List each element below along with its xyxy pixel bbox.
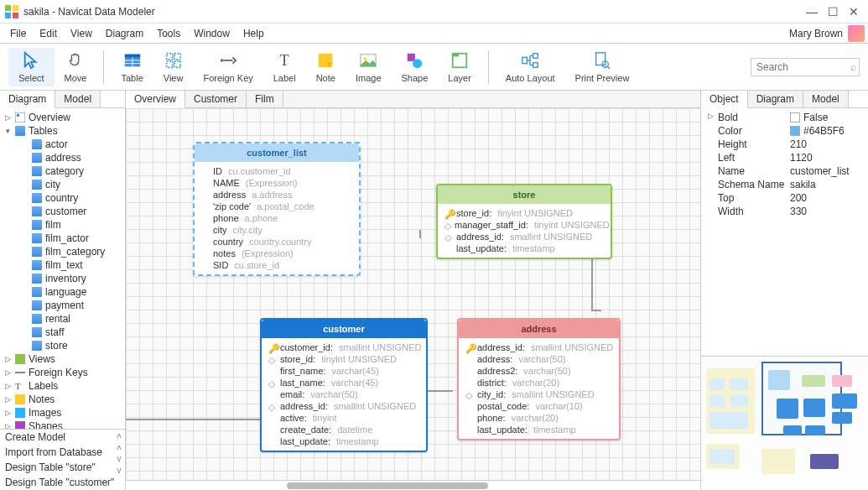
tree-table-staff[interactable]: staff bbox=[2, 326, 123, 339]
entity-column[interactable]: 'zip code'a.postal_code bbox=[195, 201, 359, 212]
entity-address[interactable]: address 🔑address_id:smallint UNSIGNEDadd… bbox=[457, 318, 621, 440]
tree-views[interactable]: ▷Views bbox=[2, 352, 123, 366]
tree-labels[interactable]: ▷TLabels bbox=[2, 379, 123, 393]
tab-model[interactable]: Model bbox=[55, 91, 101, 107]
tree-images[interactable]: ▷Images bbox=[2, 406, 123, 420]
entity-column[interactable]: postal_code:varchar(10) bbox=[459, 400, 619, 412]
minimap[interactable] bbox=[701, 356, 868, 490]
action-design-customer[interactable]: Design Table "customer" bbox=[0, 475, 125, 490]
entity-column[interactable]: active:tinyint bbox=[262, 412, 426, 424]
object-tree[interactable]: ▷Overview ▾Tables actoraddresscategoryci… bbox=[0, 108, 125, 429]
action-create-model[interactable]: Create Model bbox=[0, 430, 125, 445]
search-input[interactable] bbox=[751, 58, 860, 76]
foreignkey-tool[interactable]: Foreign Key bbox=[193, 48, 262, 86]
entity-column[interactable]: 🔑address_id:smallint UNSIGNED bbox=[459, 341, 619, 353]
menu-view[interactable]: View bbox=[64, 26, 99, 41]
entity-column[interactable]: ◇manager_staff_id:tinyint UNSIGNED bbox=[438, 219, 611, 231]
tree-table-payment[interactable]: payment bbox=[2, 299, 123, 312]
prop-color[interactable]: #64B5F6 bbox=[790, 125, 863, 137]
entity-column[interactable]: phonea.phone bbox=[195, 212, 359, 224]
minimize-button[interactable]: — bbox=[806, 5, 818, 18]
entity-column[interactable]: SIDcu.store_id bbox=[195, 259, 359, 271]
avatar-icon[interactable] bbox=[848, 25, 865, 42]
tab-model-r[interactable]: Model bbox=[803, 91, 849, 107]
menu-edit[interactable]: Edit bbox=[33, 26, 64, 41]
prop-width[interactable]: 330 bbox=[790, 206, 863, 217]
tree-table-customer[interactable]: customer bbox=[2, 205, 123, 218]
tree-overview[interactable]: ▷Overview bbox=[2, 111, 123, 124]
action-design-store[interactable]: Design Table "store" bbox=[0, 460, 125, 475]
entity-column[interactable]: ◇address_id:smallint UNSIGNED bbox=[262, 400, 426, 412]
search-field[interactable]: ⌕ bbox=[751, 58, 860, 76]
close-button[interactable]: ✕ bbox=[849, 5, 859, 18]
prop-top[interactable]: 200 bbox=[790, 192, 863, 204]
entity-column[interactable]: district:varchar(20) bbox=[459, 377, 619, 388]
move-tool[interactable]: Move bbox=[55, 48, 97, 86]
maximize-button[interactable]: ☐ bbox=[828, 5, 839, 18]
entity-column[interactable]: last_update:timestamp bbox=[459, 424, 619, 435]
tree-shapes[interactable]: ▷Shapes bbox=[2, 420, 123, 429]
tree-table-film_category[interactable]: film_category bbox=[2, 245, 123, 258]
action-nav[interactable]: ʌʌvv bbox=[117, 430, 125, 477]
entity-column[interactable]: NAME(Expression) bbox=[195, 177, 359, 189]
tree-table-country[interactable]: country bbox=[2, 191, 123, 205]
entity-column[interactable]: addressa.address bbox=[195, 189, 359, 201]
prop-schema[interactable]: sakila bbox=[790, 179, 863, 190]
menu-file[interactable]: File bbox=[3, 26, 33, 41]
printpreview-tool[interactable]: Print Preview bbox=[565, 48, 640, 86]
prop-bold[interactable]: False bbox=[790, 112, 863, 123]
menu-window[interactable]: Window bbox=[187, 26, 236, 41]
entity-column[interactable]: last_update:timestamp bbox=[262, 435, 426, 447]
image-tool[interactable]: Image bbox=[346, 48, 392, 86]
entity-column[interactable]: email:varchar(50) bbox=[262, 388, 426, 400]
note-tool[interactable]: Note bbox=[306, 48, 346, 86]
entity-column[interactable]: phone:varchar(20) bbox=[459, 412, 619, 424]
canvas-tab-customer[interactable]: Customer bbox=[185, 91, 247, 107]
menu-help[interactable]: Help bbox=[236, 26, 271, 41]
entity-column[interactable]: ◇address_id:smallint UNSIGNED bbox=[438, 231, 611, 242]
view-tool[interactable]: View bbox=[153, 48, 194, 86]
tab-object[interactable]: Object bbox=[701, 91, 748, 108]
tree-table-film[interactable]: film bbox=[2, 218, 123, 232]
tree-table-address[interactable]: address bbox=[2, 151, 123, 164]
entity-column[interactable]: last_update:timestamp bbox=[438, 242, 611, 254]
entity-column[interactable]: address2:varchar(50) bbox=[459, 365, 619, 377]
tree-table-rental[interactable]: rental bbox=[2, 312, 123, 326]
entity-store[interactable]: store 🔑store_id:tinyint UNSIGNED◇manager… bbox=[436, 184, 612, 259]
prop-height[interactable]: 210 bbox=[790, 138, 863, 150]
tree-notes[interactable]: ▷Notes bbox=[2, 393, 123, 406]
canvas-tab-overview[interactable]: Overview bbox=[126, 91, 185, 108]
entity-column[interactable]: ◇last_name:varchar(45) bbox=[262, 377, 426, 388]
entity-column[interactable]: create_date:datetime bbox=[262, 424, 426, 435]
tree-table-film_actor[interactable]: film_actor bbox=[2, 232, 123, 245]
layer-tool[interactable]: Layer bbox=[438, 48, 481, 86]
tree-table-city[interactable]: city bbox=[2, 178, 123, 191]
tree-table-actor[interactable]: actor bbox=[2, 138, 123, 151]
prop-name[interactable]: customer_list bbox=[790, 165, 863, 177]
tree-table-category[interactable]: category bbox=[2, 164, 123, 178]
entity-column[interactable]: 🔑customer_id:smallint UNSIGNED bbox=[262, 341, 426, 353]
canvas-tab-film[interactable]: Film bbox=[247, 91, 283, 107]
entity-column[interactable]: citycity.city bbox=[195, 224, 359, 236]
tab-diagram-r[interactable]: Diagram bbox=[748, 91, 803, 107]
tree-tables[interactable]: ▾Tables bbox=[2, 124, 123, 138]
table-tool[interactable]: Table bbox=[111, 48, 153, 86]
entity-column[interactable]: ◇city_id:smallint UNSIGNED bbox=[459, 388, 619, 400]
tree-table-film_text[interactable]: film_text bbox=[2, 258, 123, 272]
entity-column[interactable]: notes(Expression) bbox=[195, 248, 359, 259]
entity-column[interactable]: address:varchar(50) bbox=[459, 353, 619, 365]
entity-customer[interactable]: customer 🔑customer_id:smallint UNSIGNED◇… bbox=[260, 318, 428, 452]
prop-left[interactable]: 1120 bbox=[790, 152, 863, 164]
entity-column[interactable]: IDcu.customer_id bbox=[195, 165, 359, 177]
tree-table-language[interactable]: language bbox=[2, 285, 123, 299]
select-tool[interactable]: Select bbox=[8, 48, 55, 86]
tree-fks[interactable]: ▷Foreign Keys bbox=[2, 366, 123, 379]
entity-column[interactable]: countrycountry.country bbox=[195, 236, 359, 248]
entity-column[interactable]: ◇store_id:tinyint UNSIGNED bbox=[262, 353, 426, 365]
shape-tool[interactable]: Shape bbox=[392, 48, 439, 86]
label-tool[interactable]: T Label bbox=[263, 48, 306, 86]
user-name[interactable]: Mary Brown bbox=[789, 28, 843, 39]
horizontal-scrollbar[interactable] bbox=[126, 480, 700, 490]
canvas[interactable]: customer_list IDcu.customer_idNAME(Expre… bbox=[126, 108, 700, 480]
entity-customer-list[interactable]: customer_list IDcu.customer_idNAME(Expre… bbox=[193, 142, 361, 276]
